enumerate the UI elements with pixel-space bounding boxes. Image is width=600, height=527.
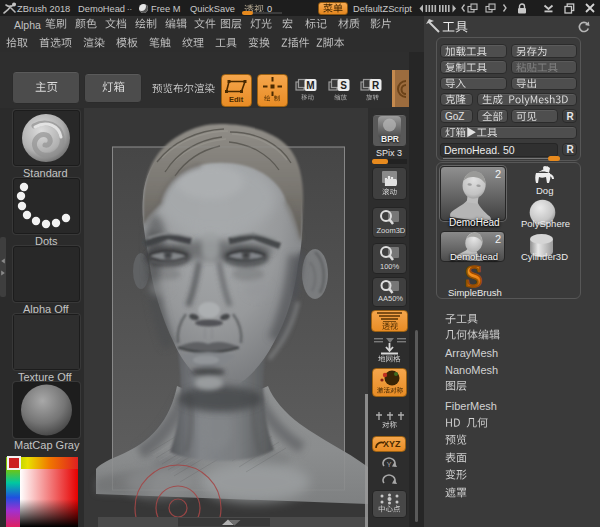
svg-text:R: R [372, 80, 380, 91]
svg-text:S: S [465, 263, 482, 290]
svg-text:S: S [340, 80, 347, 91]
svg-text:Y: Y [387, 461, 392, 468]
svg-text:M: M [306, 80, 314, 91]
